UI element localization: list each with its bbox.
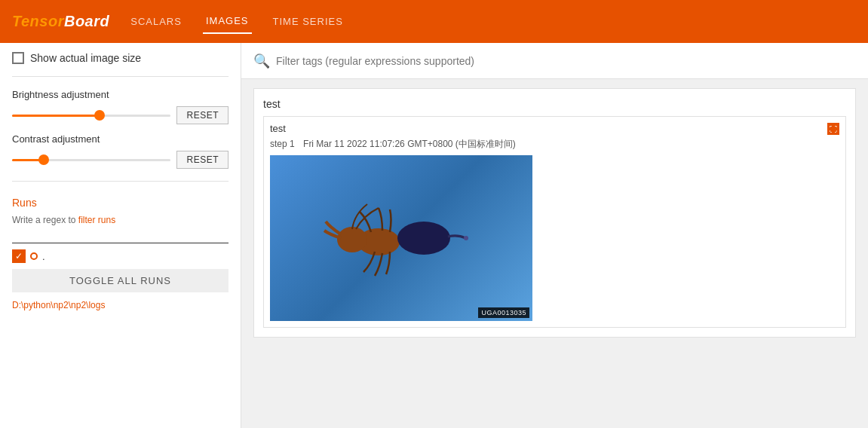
brightness-fill <box>12 115 100 117</box>
run-path: D:\python\np2\np2\logs <box>12 300 105 310</box>
regex-label: Write a regex to filter runs <box>12 215 229 225</box>
divider-2 <box>12 181 229 182</box>
run-label: . <box>42 251 45 262</box>
contrast-section: Contrast adjustment RESET <box>12 133 229 169</box>
image-card-meta: step 1 Fri Mar 11 2022 11:07:26 GMT+0800… <box>270 138 839 151</box>
runs-section: Runs Write a regex to filter runs ✓ . TO… <box>12 197 229 310</box>
image-section: test test ⛶ step 1 Fri Mar 11 2022 11:07… <box>253 88 856 338</box>
nav-time-series[interactable]: TIME SERIES <box>270 10 346 33</box>
divider-1 <box>12 76 229 77</box>
section-title: test <box>263 98 846 110</box>
svg-point-1 <box>397 222 450 255</box>
contrast-thumb[interactable] <box>38 154 49 165</box>
brightness-reset-button[interactable]: RESET <box>176 106 229 124</box>
image-watermark: UGA0013035 <box>478 307 529 318</box>
contrast-slider-container[interactable] <box>12 152 170 167</box>
filter-runs-link[interactable]: filter runs <box>78 215 115 225</box>
brightness-slider-row: RESET <box>12 106 229 124</box>
contrast-label: Contrast adjustment <box>12 133 229 145</box>
brightness-thumb[interactable] <box>94 110 105 121</box>
svg-point-2 <box>337 227 367 252</box>
image-card-title: test <box>270 123 286 134</box>
nav-images[interactable]: IMAGES <box>203 9 252 34</box>
filter-input[interactable] <box>276 55 856 67</box>
run-color-dot <box>30 252 38 260</box>
runs-title: Runs <box>12 197 229 209</box>
image-card-header: test ⛶ <box>270 123 839 135</box>
ant-image <box>270 155 532 321</box>
image-step: step 1 <box>270 139 295 149</box>
show-actual-size-checkbox[interactable] <box>12 52 24 64</box>
regex-input[interactable] <box>12 228 229 243</box>
brightness-track <box>12 115 170 117</box>
sidebar: Show actual image size Brightness adjust… <box>0 43 241 428</box>
search-icon: 🔍 <box>253 53 270 69</box>
logo-tensor: Tensor <box>12 13 64 29</box>
header: TensorBoard SCALARS IMAGES TIME SERIES <box>0 0 868 43</box>
show-actual-size-row: Show actual image size <box>12 52 229 64</box>
image-timestamp: Fri Mar 11 2022 11:07:26 GMT+0800 (中国标准时… <box>303 139 516 149</box>
run-item: ✓ . <box>12 249 229 263</box>
show-actual-size-label: Show actual image size <box>30 52 141 64</box>
ant-svg <box>303 185 499 291</box>
contrast-reset-button[interactable]: RESET <box>176 151 229 169</box>
image-expand-button[interactable]: ⛶ <box>827 123 839 135</box>
check-icon: ✓ <box>15 251 23 261</box>
logo-board: Board <box>64 13 109 29</box>
contrast-slider-row: RESET <box>12 151 229 169</box>
toggle-all-runs-button[interactable]: TOGGLE ALL RUNS <box>12 269 229 292</box>
content-area: 🔍 test test ⛶ step 1 Fri Mar 11 2022 11:… <box>241 43 868 428</box>
brightness-slider-container[interactable] <box>12 108 170 123</box>
regex-label-text: Write a regex to <box>12 215 78 225</box>
nav-scalars[interactable]: SCALARS <box>127 10 185 33</box>
contrast-track <box>12 159 170 161</box>
image-wrapper: UGA0013035 <box>270 155 532 321</box>
brightness-section: Brightness adjustment RESET <box>12 89 229 124</box>
app-logo: TensorBoard <box>12 13 109 30</box>
filter-bar: 🔍 <box>241 43 868 79</box>
brightness-label: Brightness adjustment <box>12 89 229 100</box>
image-card: test ⛶ step 1 Fri Mar 11 2022 11:07:26 G… <box>263 116 846 328</box>
run-checkbox[interactable]: ✓ <box>12 249 26 263</box>
main-layout: Show actual image size Brightness adjust… <box>0 43 868 428</box>
svg-point-3 <box>464 236 468 240</box>
